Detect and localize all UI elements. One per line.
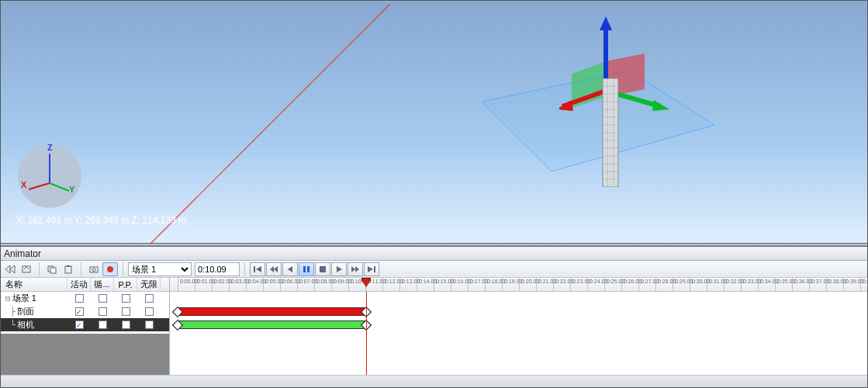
transport-last-icon[interactable] xyxy=(364,262,379,276)
tree-rows[interactable]: ⊟场景 1 ├剖面✓ └相机✓ xyxy=(1,292,169,334)
svg-rect-35 xyxy=(50,268,56,273)
checkbox-pp[interactable] xyxy=(122,320,130,329)
svg-point-39 xyxy=(92,268,95,271)
scene-model xyxy=(601,78,620,187)
svg-rect-41 xyxy=(254,266,255,272)
scene-gizmo[interactable] xyxy=(451,16,730,210)
tool-snapshot-icon[interactable] xyxy=(86,262,102,276)
checkbox-inf[interactable] xyxy=(145,320,154,329)
svg-marker-43 xyxy=(270,266,274,272)
scene-tree-pane: 名称 活动 循... P.P. 无限 ⊟场景 1 ├剖面✓ └相机✓ xyxy=(1,278,170,375)
time-input[interactable] xyxy=(195,262,240,276)
checkbox-loop[interactable] xyxy=(99,307,107,316)
svg-marker-51 xyxy=(355,266,359,272)
axis-orientation-widget[interactable]: Z X Y xyxy=(18,144,81,208)
svg-line-29 xyxy=(29,183,50,189)
svg-marker-11 xyxy=(559,100,573,111)
svg-marker-9 xyxy=(652,100,669,111)
timeline-ruler[interactable]: 0:00.000:01.000:02.000:03.000:04.000:05.… xyxy=(170,278,867,292)
checkbox-pp[interactable] xyxy=(122,307,130,316)
app-root: Z X Y X: 282.491 m Y: 268.345 m Z: 214.1… xyxy=(0,0,868,388)
checkbox-inf[interactable] xyxy=(145,294,154,303)
animator-toolbar: 场景 1 xyxy=(1,261,867,278)
svg-line-30 xyxy=(50,183,69,191)
tree-row-label: 剖面 xyxy=(17,306,34,317)
track-bar[interactable] xyxy=(178,307,366,316)
transport-nextkey-icon[interactable] xyxy=(348,262,363,276)
svg-rect-46 xyxy=(303,266,306,272)
svg-rect-53 xyxy=(374,266,375,272)
timeline-pane[interactable]: 0:00.000:01.000:02.000:03.000:04.000:05.… xyxy=(170,278,867,375)
svg-marker-45 xyxy=(288,266,292,272)
col-loop-header[interactable]: 循... xyxy=(91,278,114,291)
checkbox-loop[interactable] xyxy=(99,294,107,303)
axis-y-label: Y xyxy=(69,185,74,194)
axis-arrows xyxy=(559,16,683,140)
svg-marker-44 xyxy=(274,266,278,272)
transport-play-icon[interactable] xyxy=(331,262,347,276)
tree-row[interactable]: ├剖面✓ xyxy=(1,305,169,318)
svg-marker-42 xyxy=(256,266,261,272)
checkbox-active[interactable] xyxy=(75,294,84,303)
horizontal-scrollbar[interactable] xyxy=(1,375,867,387)
svg-rect-36 xyxy=(65,266,71,273)
svg-rect-37 xyxy=(67,265,70,267)
tree-row-label: 相机 xyxy=(17,319,34,331)
svg-marker-32 xyxy=(10,265,15,273)
svg-marker-31 xyxy=(5,265,10,273)
viewport-3d[interactable]: Z X Y X: 282.491 m Y: 268.345 m Z: 214.1… xyxy=(1,1,867,244)
checkbox-active[interactable]: ✓ xyxy=(75,307,84,316)
tool-paste-icon[interactable] xyxy=(61,262,76,276)
annotation-arrow xyxy=(54,4,390,244)
axis-z-label: Z xyxy=(47,143,53,152)
checkbox-pp[interactable] xyxy=(122,294,130,303)
col-name-header[interactable]: 名称 xyxy=(1,278,67,291)
scene-select[interactable]: 场景 1 xyxy=(128,262,192,276)
svg-point-40 xyxy=(107,266,113,272)
animator-body: 名称 活动 循... P.P. 无限 ⊟场景 1 ├剖面✓ └相机✓ 0:00.… xyxy=(1,278,867,375)
tree-empty-area xyxy=(1,334,169,376)
tree-row[interactable]: ⊟场景 1 xyxy=(1,292,169,305)
tree-header: 名称 活动 循... P.P. 无限 xyxy=(1,278,169,292)
tool-rewind-icon[interactable] xyxy=(2,262,18,276)
timeline-tracks[interactable] xyxy=(170,292,867,375)
tool-copy-icon[interactable] xyxy=(44,262,60,276)
tree-row-label: 场景 1 xyxy=(12,293,36,304)
transport-prevkey-icon[interactable] xyxy=(266,262,282,276)
svg-marker-7 xyxy=(600,16,612,30)
checkbox-active[interactable]: ✓ xyxy=(75,320,84,329)
tool-export-icon[interactable] xyxy=(19,262,34,276)
transport-first-icon[interactable] xyxy=(250,262,265,276)
tool-record-icon[interactable] xyxy=(102,262,118,276)
tree-row[interactable]: └相机✓ xyxy=(1,318,169,331)
svg-marker-49 xyxy=(337,266,342,272)
transport-pause-icon[interactable] xyxy=(299,262,314,276)
track-bar[interactable] xyxy=(178,320,366,329)
col-active-header[interactable]: 活动 xyxy=(67,278,91,291)
transport-prev-icon[interactable] xyxy=(282,262,298,276)
axis-x-label: X xyxy=(21,180,26,189)
col-inf-header[interactable]: 无限 xyxy=(137,278,161,291)
svg-rect-47 xyxy=(307,266,310,272)
transport-stop-icon[interactable] xyxy=(315,262,330,276)
svg-marker-50 xyxy=(351,266,355,272)
svg-marker-52 xyxy=(368,266,373,272)
animator-panel-title: Animator xyxy=(1,247,867,261)
keyframe-icon[interactable] xyxy=(174,319,182,331)
svg-line-0 xyxy=(58,4,390,244)
coordinate-readout: X: 282.491 m Y: 268.345 m Z: 214.133 m xyxy=(13,213,189,227)
svg-rect-48 xyxy=(320,266,326,272)
keyframe-icon[interactable] xyxy=(174,306,182,317)
checkbox-loop[interactable] xyxy=(99,320,107,329)
playhead[interactable] xyxy=(366,292,367,375)
checkbox-inf[interactable] xyxy=(145,307,154,316)
col-pp-header[interactable]: P.P. xyxy=(114,278,137,291)
